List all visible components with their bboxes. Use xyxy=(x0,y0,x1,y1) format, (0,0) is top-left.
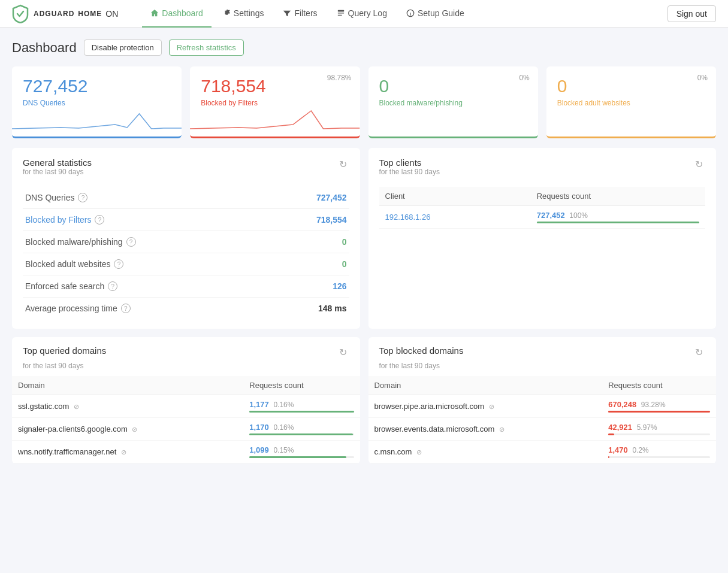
blocked-domain-count: 670,248 xyxy=(608,400,636,409)
domain-progress-wrap xyxy=(249,411,354,413)
top-blocked-refresh-button[interactable]: ↻ xyxy=(693,345,705,359)
client-link[interactable]: 192.168.1.26 xyxy=(385,213,431,222)
domain-name: wns.notify.trafficmanager.net xyxy=(18,447,116,456)
top-queried-subtitle: for the last 90 days xyxy=(12,362,360,376)
stats-cards-row: 727,452 DNS Queries 98.78% 718,554 Block… xyxy=(12,66,716,138)
general-stats-card: General statistics for the last 90 days … xyxy=(12,148,360,329)
adult-row-value: 0 xyxy=(342,259,347,269)
stat-card-dns: 727,452 DNS Queries xyxy=(12,66,182,138)
log-icon xyxy=(337,9,345,17)
blocked-domain-progress-bar xyxy=(608,433,614,435)
stat-card-malware: 0% 0 Blocked malware/phishing xyxy=(368,66,538,138)
table-row: Enforced safe search? 126 xyxy=(23,275,349,298)
blocked-domain-progress-wrap xyxy=(608,411,710,413)
nav-settings[interactable]: Settings xyxy=(214,0,273,28)
col-requests: Requests count xyxy=(602,376,716,395)
svg-rect-2 xyxy=(337,14,342,15)
nav-links: Dashboard Settings Filters Query Log i S… xyxy=(142,0,667,28)
table-row: c.msn.com ⊘ 1,470 0.2% xyxy=(368,441,717,463)
logo-icon xyxy=(12,4,29,23)
table-header-row: Domain Requests count xyxy=(368,376,717,395)
table-row: Blocked malware/phishing? 0 xyxy=(23,231,349,253)
client-req-percent: 100% xyxy=(569,211,588,220)
blocked-domain-name: c.msn.com xyxy=(374,447,412,456)
nav-filters[interactable]: Filters xyxy=(274,0,325,28)
domain-progress-wrap xyxy=(249,456,354,458)
table-row: Blocked adult websites? 0 xyxy=(23,253,349,275)
malware-label: Blocked malware/phishing xyxy=(379,99,527,107)
blocked-filters-row-value: 718,554 xyxy=(316,215,347,225)
table-row: browser.pipe.aria.microsoft.com ⊘ 670,24… xyxy=(368,395,717,418)
domain-external-icon[interactable]: ⊘ xyxy=(489,403,494,410)
domain-external-icon[interactable]: ⊘ xyxy=(74,403,79,410)
malware-row-value: 0 xyxy=(342,237,347,247)
domain-external-icon[interactable]: ⊘ xyxy=(132,426,137,433)
blocked-domain-name: browser.pipe.aria.microsoft.com xyxy=(374,402,485,411)
general-stats-refresh-button[interactable]: ↻ xyxy=(337,157,349,171)
col-requests: Requests count xyxy=(243,376,360,395)
avg-time-row-value: 148 ms xyxy=(318,304,346,313)
general-stats-table: DNS Queries? 727,452 Blocked by Filters?… xyxy=(23,187,349,319)
top-queried-title: Top queried domains xyxy=(23,345,106,356)
blocked-filters-help-icon[interactable]: ? xyxy=(95,215,104,225)
top-blocked-title: Top blocked domains xyxy=(379,345,464,356)
domain-count: 1,170 xyxy=(249,423,269,432)
table-row: Blocked by Filters? 718,554 xyxy=(23,209,349,231)
sign-out-button[interactable]: Sign out xyxy=(667,5,716,22)
client-req-count: 727,452 xyxy=(537,211,565,220)
top-queried-refresh-button[interactable]: ↻ xyxy=(337,345,349,359)
top-blocked-table: Domain Requests count browser.pipe.aria.… xyxy=(368,376,717,463)
col-domain: Domain xyxy=(368,376,603,395)
nav-querylog[interactable]: Query Log xyxy=(328,0,395,28)
refresh-statistics-button[interactable]: Refresh statistics xyxy=(169,40,244,56)
gear-icon xyxy=(222,9,231,17)
blocked-filters-chart xyxy=(190,102,360,132)
client-progress-bar xyxy=(537,222,699,223)
general-stats-subtitle: for the last 90 days xyxy=(23,168,92,176)
logo-name: ADGUARD xyxy=(34,10,74,18)
domain-external-icon[interactable]: ⊘ xyxy=(416,448,422,456)
home-icon xyxy=(150,9,159,17)
top-clients-card: Top clients for the last 90 days ↻ Clien… xyxy=(368,148,717,329)
top-blocked-header: Top blocked domains ↻ xyxy=(368,337,717,362)
safe-search-row-value: 126 xyxy=(333,281,346,291)
blocked-filters-percent: 98.78% xyxy=(327,74,352,82)
blocked-domain-name: browser.events.data.microsoft.com xyxy=(374,425,495,433)
page-header: Dashboard Disable protection Refresh sta… xyxy=(12,40,716,56)
navbar: ADGUARD HOME ON Dashboard Settings Filte… xyxy=(0,0,728,28)
main-content: Dashboard Disable protection Refresh sta… xyxy=(0,28,728,475)
malware-row-label: Blocked malware/phishing? xyxy=(25,237,270,247)
dns-queries-help-icon[interactable]: ? xyxy=(78,193,87,202)
safe-search-help-icon[interactable]: ? xyxy=(108,281,117,291)
top-queried-table: Domain Requests count ssl.gstatic.com ⊘ … xyxy=(12,376,360,463)
disable-protection-button[interactable]: Disable protection xyxy=(84,40,162,56)
stat-card-blocked-filters: 98.78% 718,554 Blocked by Filters xyxy=(190,66,360,138)
avg-time-help-icon[interactable]: ? xyxy=(121,304,131,313)
blocked-filters-link[interactable]: Blocked by Filters xyxy=(25,215,91,225)
svg-rect-0 xyxy=(337,10,344,11)
domain-percent: 0.15% xyxy=(273,446,294,454)
nav-setup[interactable]: i Setup Guide xyxy=(398,0,473,28)
domain-progress-wrap xyxy=(249,433,354,435)
top-clients-refresh-button[interactable]: ↻ xyxy=(693,157,705,171)
safe-search-row-label: Enforced safe search? xyxy=(25,281,270,291)
malware-help-icon[interactable]: ? xyxy=(126,237,136,247)
col-domain: Domain xyxy=(12,376,243,395)
domain-percent: 0.16% xyxy=(273,401,294,409)
top-clients-table: Client Requests count 192.168.1.26 727,4… xyxy=(379,187,706,229)
adult-value: 0 xyxy=(557,76,705,96)
domain-external-icon[interactable]: ⊘ xyxy=(499,426,505,433)
adult-help-icon[interactable]: ? xyxy=(114,259,123,269)
blocked-domain-count: 1,470 xyxy=(608,445,628,454)
bottom-grid: Top queried domains ↻ for the last 90 da… xyxy=(12,337,716,463)
table-header-row: Domain Requests count xyxy=(12,376,360,395)
logo-name2: HOME xyxy=(78,10,102,18)
nav-dashboard[interactable]: Dashboard xyxy=(142,0,212,28)
page-title: Dashboard xyxy=(12,40,77,56)
blocked-domain-count: 42,921 xyxy=(608,423,632,432)
dns-chart xyxy=(12,102,182,132)
logo: ADGUARD HOME ON xyxy=(12,4,118,23)
domain-external-icon[interactable]: ⊘ xyxy=(121,448,126,456)
table-header-row: Client Requests count xyxy=(379,187,706,206)
blocked-domain-progress-wrap xyxy=(608,433,710,435)
